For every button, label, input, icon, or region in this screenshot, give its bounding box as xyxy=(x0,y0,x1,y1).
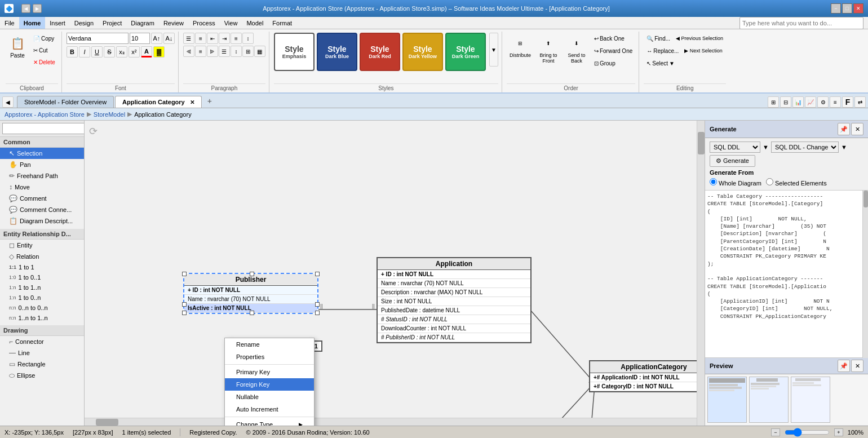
whole-diagram-radio[interactable] xyxy=(710,178,717,185)
panel-item-freehand[interactable]: ✏ Freehand Path xyxy=(0,170,84,182)
ctx-rename[interactable]: Rename xyxy=(225,338,314,351)
panel-item-ellipse[interactable]: ⬭ Ellipse xyxy=(0,370,84,381)
diag-tool7[interactable]: F xyxy=(842,96,853,108)
sort-btn[interactable]: ↕ xyxy=(242,33,254,44)
handle-bc[interactable] xyxy=(250,311,254,315)
bring-to-front-btn[interactable]: ⬆ Bring to Front xyxy=(535,33,562,65)
diag-tool3[interactable]: 📊 xyxy=(792,96,804,108)
preview-close-btn[interactable]: ✕ xyxy=(851,360,863,372)
send-to-back-btn[interactable]: ⬇ Send to Back xyxy=(563,33,590,65)
generate-btn[interactable]: ⚙ Generate xyxy=(710,155,755,167)
style-darkred-btn[interactable]: Style Dark Red xyxy=(360,33,400,71)
panel-item-1to0n[interactable]: 1:n 1 to 0..n xyxy=(0,293,84,303)
panel-item-comment-conn[interactable]: 💬 Comment Conne... xyxy=(0,204,84,215)
tab-appcategory[interactable]: Application Category ✕ xyxy=(115,96,202,108)
preview-thumb-1[interactable] xyxy=(707,377,747,423)
delete-btn[interactable]: ✕ Delete xyxy=(30,56,58,68)
menu-review[interactable]: Review xyxy=(159,17,188,29)
panel-item-comment[interactable]: 💬 Comment xyxy=(0,193,84,204)
italic-btn[interactable]: I xyxy=(79,46,90,57)
menu-project[interactable]: Project xyxy=(98,17,126,29)
diag-tool6[interactable]: ≡ xyxy=(830,96,841,108)
diag-tool4[interactable]: 📈 xyxy=(805,96,816,108)
num-list-btn[interactable]: ≡ xyxy=(195,33,206,44)
vscroll-thumb[interactable] xyxy=(698,132,705,154)
subscript-btn[interactable]: x₂ xyxy=(116,46,127,57)
canvas-area[interactable]: ⟳ || || xyxy=(85,121,705,426)
canvas-vscroll[interactable] xyxy=(697,121,705,426)
align-justify-btn[interactable]: ☰ xyxy=(219,46,230,57)
panel-item-pan[interactable]: ✋ Pan xyxy=(0,159,84,170)
ddl-type-select[interactable]: SQL DDL xyxy=(710,141,760,153)
code-scroll-thumb[interactable] xyxy=(863,191,868,207)
strike-btn[interactable]: S xyxy=(104,46,115,57)
zoom-out-btn[interactable]: − xyxy=(771,428,780,436)
left-search-input[interactable] xyxy=(2,123,85,134)
window-controls[interactable]: − □ ✕ xyxy=(831,3,863,14)
ctx-primary-key[interactable]: Primary Key xyxy=(225,366,314,378)
style-darkgreen-btn[interactable]: Style Dark Green xyxy=(445,33,486,71)
panel-item-0nto0n[interactable]: n:n 0..n to 0..n xyxy=(0,303,84,313)
panel-item-relation[interactable]: ◇ Relation xyxy=(0,251,84,262)
font-size-input[interactable] xyxy=(130,33,150,44)
align-extra-btn[interactable]: ≡ xyxy=(231,33,242,44)
publisher-entity[interactable]: Publisher + ID : int NOT NULL Name : nva… xyxy=(183,273,318,314)
tab-nav-btn[interactable]: ◀ xyxy=(2,96,14,108)
ctx-auto-increment[interactable]: Auto Increment xyxy=(225,403,314,415)
select-dropdown-btn[interactable]: ↖ Select ▼ xyxy=(644,57,677,69)
ctx-properties[interactable]: Properties xyxy=(225,351,314,363)
panel-item-line[interactable]: — Line xyxy=(0,347,84,359)
copy-btn[interactable]: 📄 Copy xyxy=(30,33,58,44)
handle-tr[interactable] xyxy=(315,272,320,276)
handle-br[interactable] xyxy=(315,311,320,315)
font-size-dec-btn[interactable]: A↓ xyxy=(163,33,175,44)
tab-storemodel[interactable]: StoreModel - Folder Overview xyxy=(17,96,114,108)
replace-btn[interactable]: ↔ Replace... ▶ Next Selection xyxy=(644,45,725,56)
align-left-btn[interactable]: ⫷ xyxy=(183,46,194,57)
panel-item-1to1n[interactable]: 1:n 1 to 1..n xyxy=(0,282,84,293)
panel-item-connector[interactable]: ⌐ Connector xyxy=(0,336,84,347)
ctx-nullable[interactable]: Nullable xyxy=(225,391,314,403)
ctx-foreign-key[interactable]: Foreign Key xyxy=(225,378,314,391)
panel-item-rectangle[interactable]: ▭ Rectangle xyxy=(0,359,84,370)
preview-thumb-3[interactable] xyxy=(791,377,830,423)
zoom-slider[interactable] xyxy=(785,429,830,436)
diag-tool5[interactable]: ⚙ xyxy=(817,96,829,108)
handle-bl[interactable] xyxy=(182,311,187,315)
style-emphasis-btn[interactable]: Style Emphasis xyxy=(274,33,315,71)
shading-btn[interactable]: ▦ xyxy=(254,46,265,57)
back-one-btn[interactable]: ↩ Back One xyxy=(591,33,635,44)
list-btn[interactable]: ☰ xyxy=(183,33,194,44)
preview-pin-btn[interactable]: 📌 xyxy=(838,360,850,372)
diag-tool8[interactable]: ⇄ xyxy=(854,96,866,108)
border-btn[interactable]: ⊞ xyxy=(242,46,254,57)
style-darkyellow-btn[interactable]: Style Dark Yellow xyxy=(402,33,443,71)
panel-item-diagram-desc[interactable]: 📋 Diagram Descript... xyxy=(0,215,84,227)
canvas-hscroll[interactable] xyxy=(85,418,697,426)
close-btn[interactable]: ✕ xyxy=(853,3,863,14)
back-btn[interactable]: ◀ xyxy=(21,4,30,13)
ddl-changes-select[interactable]: SQL DDL - Changes xyxy=(771,141,839,153)
find-btn[interactable]: 🔍 Find... ◀ Previous Selection xyxy=(644,33,726,44)
align-center-btn[interactable]: ≡ xyxy=(195,46,206,57)
handle-mr[interactable] xyxy=(315,302,320,307)
distribute-btn[interactable]: ⊞ Distribute xyxy=(507,33,534,60)
whole-diagram-label[interactable]: Whole Diagram xyxy=(710,178,761,187)
panel-item-1to01[interactable]: 1:0 1 to 0..1 xyxy=(0,272,84,282)
appcategory-entity[interactable]: ApplicationCategory +# ApplicationID : i… xyxy=(589,360,705,392)
bc-item-2[interactable]: StoreModel xyxy=(94,111,125,118)
highlight-btn[interactable]: ▓ xyxy=(153,46,165,57)
menu-diagram[interactable]: Diagram xyxy=(126,17,159,29)
selected-elements-label[interactable]: Selected Elements xyxy=(766,178,827,187)
menu-process[interactable]: Process xyxy=(188,17,220,29)
menu-model[interactable]: Model xyxy=(242,17,268,29)
align-right-btn[interactable]: ⫸ xyxy=(207,46,218,57)
panel-item-move[interactable]: ↕ Move xyxy=(0,182,84,193)
menu-file[interactable]: File xyxy=(0,17,19,29)
selected-elements-radio[interactable] xyxy=(766,178,773,185)
font-family-input[interactable] xyxy=(67,33,129,44)
superscript-btn[interactable]: x² xyxy=(129,46,140,57)
panel-item-selection[interactable]: ↖ Selection xyxy=(0,148,84,159)
line-spacing-btn[interactable]: ↕ xyxy=(231,46,242,57)
panel-item-1nto1n[interactable]: n:n 1..n to 1..n xyxy=(0,313,84,323)
